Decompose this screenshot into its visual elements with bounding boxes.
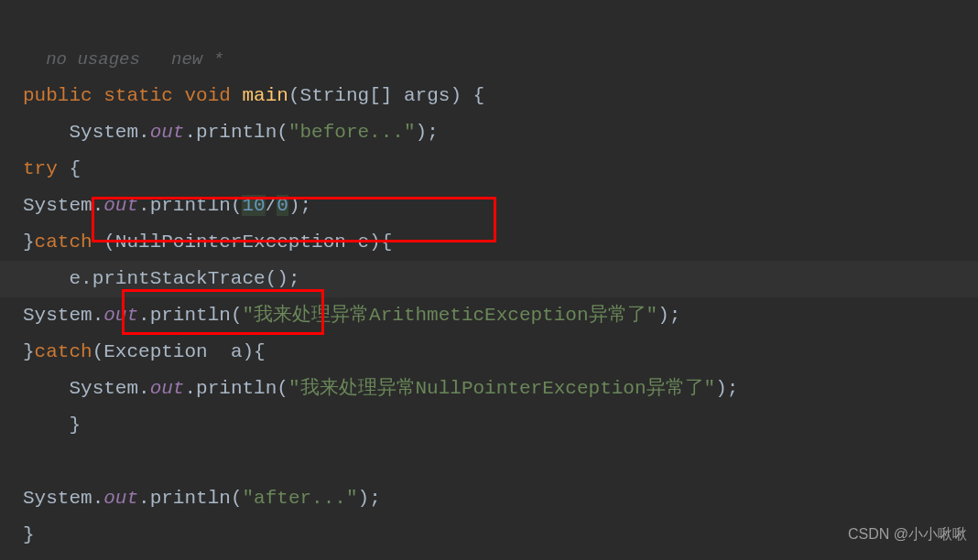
new-hint: new * bbox=[171, 49, 223, 70]
code-line-2[interactable]: System.out.println("before..."); bbox=[23, 114, 978, 151]
code-line-8[interactable]: }catch(Exception a){ bbox=[23, 334, 978, 371]
code-line-12[interactable]: System.out.println("after..."); bbox=[23, 480, 978, 517]
code-line-6[interactable]: e.printStackTrace(); bbox=[23, 261, 978, 297]
code-line-3[interactable]: try { bbox=[23, 151, 978, 188]
code-line-1[interactable]: public static void main(String[] args) { bbox=[23, 78, 978, 114]
code-line-10[interactable]: } bbox=[23, 407, 978, 444]
code-line-9[interactable]: System.out.println("我来处理异常NullPointerExc… bbox=[23, 371, 978, 407]
code-line-5[interactable]: }catch (NullPointerException e){ bbox=[23, 224, 978, 261]
code-line-11[interactable] bbox=[23, 444, 978, 480]
code-line-13[interactable]: } bbox=[23, 517, 978, 554]
watermark: CSDN @小小啾啾 bbox=[848, 516, 967, 553]
code-line-4[interactable]: System.out.println(10/0); bbox=[23, 188, 978, 224]
code-line-7[interactable]: System.out.println("我来处理异常ArithmeticExce… bbox=[23, 297, 978, 334]
no-usages-hint: no usages bbox=[46, 49, 140, 70]
hints-line: no usages new * bbox=[23, 5, 978, 78]
